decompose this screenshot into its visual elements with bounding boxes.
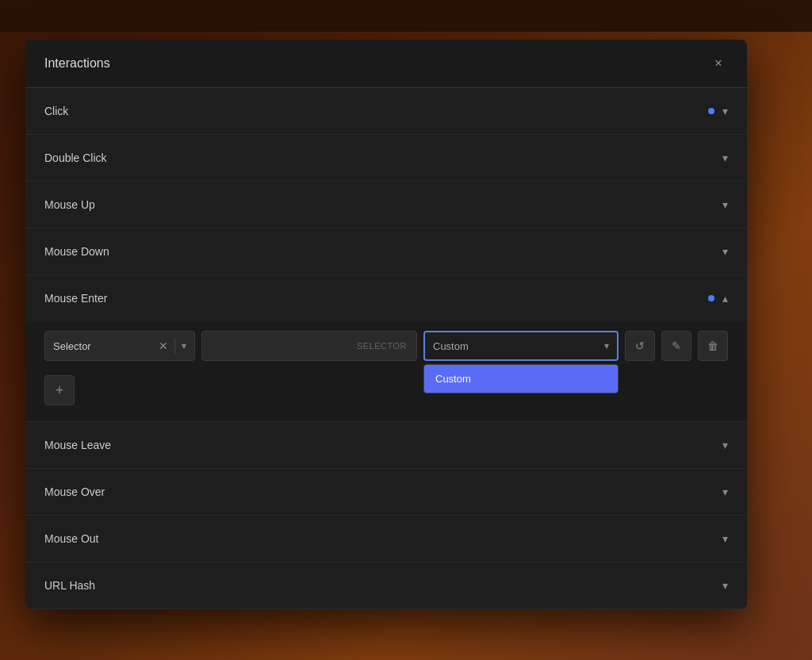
mouse-enter-expanded: Selector ✕ ▾ SELECTOR Custom ▾ <box>25 321 747 421</box>
edit-button[interactable]: ✎ <box>661 331 691 361</box>
custom-dropdown-wrapper: Custom ▾ Custom <box>423 331 619 361</box>
mouse-enter-row-controls: Selector ✕ ▾ SELECTOR Custom ▾ <box>44 331 728 361</box>
mouse-leave-chevron: ▾ <box>722 439 728 451</box>
custom-option-item[interactable]: Custom <box>424 365 618 393</box>
interaction-label-mouse-leave: Mouse Leave <box>44 439 111 451</box>
double-click-controls: ▾ <box>722 152 728 164</box>
mouse-over-controls: ▾ <box>722 485 728 498</box>
interaction-row-mouse-over: Mouse Over ▾ <box>25 469 747 516</box>
interaction-row-mouse-out: Mouse Out ▾ <box>25 516 747 562</box>
click-active-dot <box>708 108 714 114</box>
interaction-header-mouse-down[interactable]: Mouse Down ▾ <box>25 228 747 274</box>
interaction-label-mouse-down: Mouse Down <box>44 245 109 258</box>
selector-input-label: SELECTOR <box>357 341 407 351</box>
interaction-label-url-hash: URL Hash <box>44 579 95 592</box>
selector-input-area[interactable]: SELECTOR <box>201 331 417 361</box>
custom-dropdown-text: Custom <box>433 340 598 352</box>
selector-chevron-icon[interactable]: ▾ <box>182 340 186 351</box>
modal-title: Interactions <box>44 56 110 71</box>
click-chevron: ▾ <box>722 105 728 117</box>
interaction-header-double-click[interactable]: Double Click ▾ <box>25 135 747 181</box>
interaction-row-mouse-enter: Mouse Enter ▴ Selector ✕ ▾ <box>25 275 747 422</box>
interaction-label-mouse-out: Mouse Out <box>44 532 98 545</box>
interaction-label-mouse-enter: Mouse Enter <box>44 292 107 305</box>
custom-dropdown-menu: Custom <box>423 364 619 393</box>
selector-clear-icon[interactable]: ✕ <box>159 340 168 352</box>
interaction-row-double-click: Double Click ▾ <box>25 135 747 182</box>
url-hash-controls: ▾ <box>722 579 728 592</box>
selector-dropdown[interactable]: Selector ✕ ▾ <box>44 331 195 361</box>
custom-dropdown-arrow-icon: ▾ <box>604 340 609 351</box>
interaction-label-mouse-over: Mouse Over <box>44 485 105 498</box>
mouse-enter-chevron: ▴ <box>722 292 728 305</box>
top-bar <box>0 0 812 32</box>
interaction-header-mouse-up[interactable]: Mouse Up ▾ <box>25 182 747 228</box>
interaction-header-mouse-enter[interactable]: Mouse Enter ▴ <box>25 275 747 321</box>
interaction-row-url-hash: URL Hash ▾ <box>25 562 747 609</box>
add-row: + <box>44 367 728 405</box>
modal-header: Interactions × <box>25 40 747 88</box>
mouse-over-chevron: ▾ <box>722 485 728 498</box>
interaction-header-mouse-out[interactable]: Mouse Out ▾ <box>25 516 747 562</box>
interaction-row-mouse-leave: Mouse Leave ▾ <box>25 422 747 469</box>
interactions-modal: Interactions × Click ▾ Double Click ▾ <box>25 40 747 609</box>
delete-button[interactable]: 🗑 <box>698 331 728 361</box>
mouse-enter-active-dot <box>708 295 714 301</box>
edit-icon: ✎ <box>672 340 681 352</box>
history-icon: ↺ <box>635 340 645 352</box>
close-button[interactable]: × <box>709 54 728 73</box>
interaction-header-click[interactable]: Click ▾ <box>25 88 747 134</box>
interaction-row-mouse-down: Mouse Down ▾ <box>25 228 747 275</box>
url-hash-chevron: ▾ <box>722 579 728 592</box>
interaction-header-mouse-leave[interactable]: Mouse Leave ▾ <box>25 422 747 468</box>
click-controls: ▾ <box>708 105 728 117</box>
interaction-label-double-click: Double Click <box>44 152 107 164</box>
add-button[interactable]: + <box>44 375 75 405</box>
mouse-leave-controls: ▾ <box>722 439 728 451</box>
selector-divider <box>174 338 175 354</box>
mouse-up-controls: ▾ <box>722 198 728 211</box>
mouse-up-chevron: ▾ <box>722 198 728 211</box>
mouse-out-controls: ▾ <box>722 532 728 545</box>
interaction-header-url-hash[interactable]: URL Hash ▾ <box>25 562 747 608</box>
custom-dropdown[interactable]: Custom ▾ <box>423 331 619 361</box>
mouse-down-controls: ▾ <box>722 245 728 258</box>
selector-label: Selector <box>53 340 152 352</box>
interaction-row-mouse-up: Mouse Up ▾ <box>25 182 747 228</box>
double-click-chevron: ▾ <box>722 152 728 164</box>
mouse-enter-controls: ▴ <box>708 292 728 305</box>
interaction-row-click: Click ▾ <box>25 88 747 135</box>
interaction-header-mouse-over[interactable]: Mouse Over ▾ <box>25 469 747 515</box>
history-button[interactable]: ↺ <box>625 331 655 361</box>
delete-icon: 🗑 <box>707 340 718 352</box>
modal-body: Click ▾ Double Click ▾ Mouse Up ▾ <box>25 88 747 609</box>
interaction-label-mouse-up: Mouse Up <box>44 198 95 211</box>
mouse-out-chevron: ▾ <box>722 532 728 545</box>
interaction-label-click: Click <box>44 105 68 117</box>
mouse-down-chevron: ▾ <box>722 245 728 258</box>
